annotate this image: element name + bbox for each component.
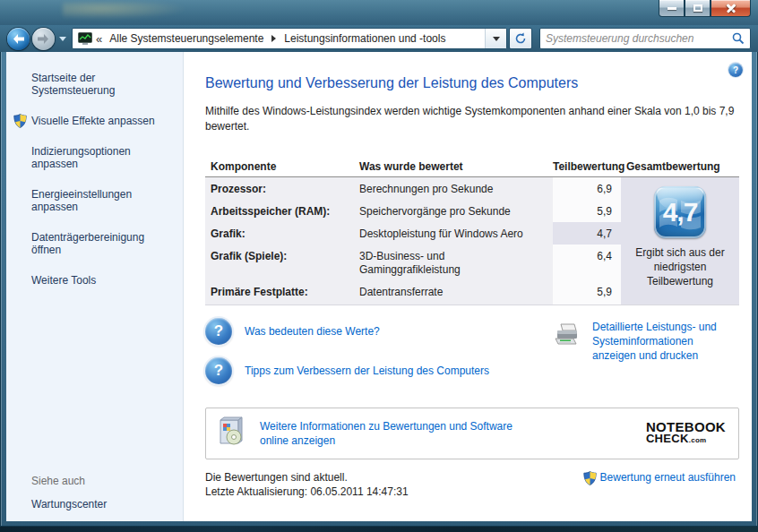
component-assessed: Berechnungen pro Sekunde <box>359 183 493 196</box>
sidebar-item-power-settings[interactable]: Energieeinstellungen anpassen <box>6 188 183 216</box>
software-box-icon <box>215 416 247 451</box>
printer-icon <box>553 323 580 349</box>
search-input[interactable] <box>546 32 732 45</box>
chevron-down-icon <box>493 37 500 41</box>
sidebar-item-label: Datenträgerbereinigung öffnen <box>31 231 144 256</box>
close-icon <box>725 3 737 13</box>
intro-text: Mithilfe des Windows-Leistungsindex werd… <box>205 104 737 134</box>
maximize-button[interactable] <box>685 0 711 17</box>
link-performance-tips[interactable]: ? Tipps zum Verbessern der Leistung des … <box>205 357 538 384</box>
help-button[interactable]: ? <box>728 63 743 77</box>
base-score-panel: 4,7 Ergibt sich aus der niedrigsten Teil… <box>621 177 739 305</box>
search-box[interactable] <box>539 28 751 49</box>
title-bar[interactable] <box>0 0 758 25</box>
wei-table: Komponente Was wurde bewertet Teilbewert… <box>205 156 739 305</box>
component-assessed: Desktopleistung für Windows Aero <box>359 227 523 241</box>
question-circle-icon: ? <box>205 318 232 345</box>
column-header-component: Komponente <box>205 160 359 173</box>
close-button[interactable] <box>711 0 751 17</box>
component-name: Primäre Festplatte: <box>205 280 359 305</box>
breadcrumb-item-performance-tools[interactable]: Leistungsinformationen und -tools <box>282 32 447 45</box>
sidebar-item-visual-effects[interactable]: Visuelle Effekte anpassen <box>6 115 183 130</box>
window-controls <box>659 0 751 17</box>
component-name: Arbeitsspeicher (RAM): <box>205 200 359 222</box>
explorer-window: « Alle Systemsteuerungselemente Leistung… <box>0 0 758 527</box>
column-header-base-score: Gesamtbewertung <box>621 160 739 173</box>
component-assessed: Speichervorgänge pro Sekunde <box>359 205 511 219</box>
sidebar-item-label: Indizierungsoptionen anpassen <box>31 145 131 170</box>
main-content: ? Bewertung und Verbesserung der Leistun… <box>184 52 752 521</box>
page-title: Bewertung und Verbesserung der Leistung … <box>205 75 739 91</box>
see-also-heading: Siehe auch <box>6 475 183 487</box>
logo-line2: CHECK <box>646 432 689 445</box>
sidebar-item-advanced-tools[interactable]: Weitere Tools <box>6 274 183 289</box>
link-label[interactable]: Tipps zum Verbessern der Leistung des Co… <box>245 364 489 378</box>
base-score-value: 4,7 <box>663 197 698 227</box>
recent-pages-dropdown[interactable] <box>59 37 66 41</box>
taskbar-sliver <box>0 527 758 532</box>
rerun-assessment-link[interactable]: Bewertung erneut ausführen <box>583 470 739 499</box>
question-circle-icon: ? <box>205 357 232 384</box>
link-what-do-values-mean[interactable]: ? Was bedeuten diese Werte? <box>205 318 538 345</box>
performance-monitor-icon <box>78 32 92 45</box>
sidebar: Startseite der Systemsteuerung Visuelle … <box>6 52 184 521</box>
status-current: Die Bewertungen sind aktuell. <box>205 470 409 485</box>
base-score-caption: Ergibt sich aus der niedrigsten Teilbewe… <box>628 245 732 288</box>
column-header-subscore: Teilbewertung <box>553 160 621 173</box>
link-more-info-online[interactable]: Weitere Informationen zu Bewertungen und… <box>260 419 520 448</box>
component-score-lowest: 4,7 <box>553 222 621 245</box>
sidebar-item-label: Visuelle Effekte anpassen <box>31 115 155 127</box>
link-print-details[interactable]: Detaillierte Leistungs- und Systeminform… <box>538 318 739 397</box>
search-icon[interactable] <box>732 32 745 45</box>
sidebar-item-indexing-options[interactable]: Indizierungsoptionen anpassen <box>6 145 183 173</box>
component-score: 5,9 <box>553 280 621 305</box>
sidebar-item-label: Weitere Tools <box>31 274 96 287</box>
link-label[interactable]: Detaillierte Leistungs- und Systeminform… <box>592 320 739 363</box>
component-score: 5,9 <box>553 200 621 222</box>
component-score: 6,4 <box>553 245 621 280</box>
address-bar[interactable]: « Alle Systemsteuerungselemente Leistung… <box>72 28 507 49</box>
sidebar-item-label: Energieeinstellungen anpassen <box>31 188 132 213</box>
window-body: Startseite der Systemsteuerung Visuelle … <box>6 52 752 521</box>
sidebar-item-action-center[interactable]: Wartungscenter <box>6 498 183 511</box>
online-info-box: Weitere Informationen zu Bewertungen und… <box>205 408 739 459</box>
breadcrumb-item-all-control-panel[interactable]: Alle Systemsteuerungselemente <box>108 32 265 45</box>
address-dropdown-button[interactable] <box>485 29 506 48</box>
forward-arrow-icon <box>38 34 49 44</box>
link-label[interactable]: Bewertung erneut ausführen <box>600 470 736 485</box>
status-last-update: Letzte Aktualisierung: 06.05.2011 14:47:… <box>205 485 409 499</box>
table-header-row: Komponente Was wurde bewertet Teilbewert… <box>205 156 739 177</box>
back-button[interactable] <box>7 28 30 50</box>
component-name: Grafik: <box>205 222 359 245</box>
breadcrumb-collapsed-chevron[interactable]: « <box>96 32 102 46</box>
status-section: Die Bewertungen sind aktuell. Letzte Akt… <box>205 470 739 499</box>
maximize-icon <box>693 4 702 12</box>
breadcrumb-separator-icon[interactable] <box>271 35 276 42</box>
notebookcheck-logo: NOTEBOOK CHECK.com <box>646 421 726 446</box>
sidebar-item-control-panel-home[interactable]: Startseite der Systemsteuerung <box>6 72 183 97</box>
forward-button-disabled <box>32 28 55 50</box>
component-score: 6,9 <box>553 177 621 200</box>
table-body: Prozessor: Berechnungen pro Sekunde 6,9 … <box>205 177 739 305</box>
component-name: Grafik (Spiele): <box>205 245 359 280</box>
minimize-button[interactable] <box>659 0 685 17</box>
minimize-icon <box>668 7 676 10</box>
component-assessed: 3D-Business- und Gaminggrafikleistung <box>359 250 543 277</box>
column-header-assessed: Was wurde bewertet <box>359 160 553 173</box>
link-label[interactable]: Was bedeuten diese Werte? <box>245 324 380 339</box>
component-name: Prozessor: <box>205 177 359 200</box>
back-arrow-icon <box>13 34 24 44</box>
component-assessed: Datentransferrate <box>359 286 443 299</box>
logo-suffix: .com <box>689 436 707 444</box>
uac-shield-icon <box>13 114 27 131</box>
wei-score-badge: 4,7 <box>654 186 706 238</box>
sidebar-item-disk-cleanup[interactable]: Datenträgerbereinigung öffnen <box>6 231 183 259</box>
refresh-icon <box>514 32 527 45</box>
screen: « Alle Systemsteuerungselemente Leistung… <box>0 0 758 532</box>
refresh-button[interactable] <box>509 28 532 49</box>
uac-shield-icon <box>583 471 597 488</box>
navigation-bar: « Alle Systemsteuerungselemente Leistung… <box>0 25 758 52</box>
links-section: ? Was bedeuten diese Werte? ? Tipps zum … <box>205 318 739 397</box>
